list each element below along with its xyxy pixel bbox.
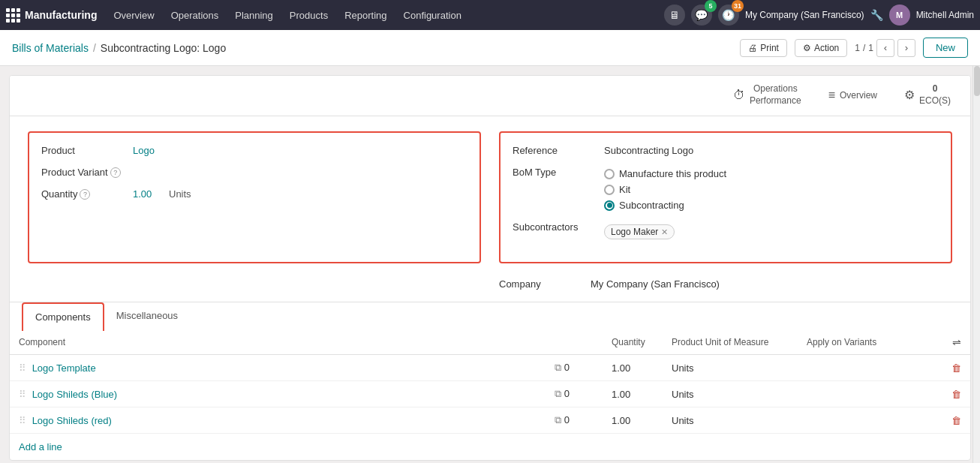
quantity-row: Quantity ? 1.00 Units [41,188,467,200]
delete-row3-icon[interactable]: 🗑 [951,415,961,426]
subcontractors-row: Subcontractors Logo Maker ✕ [513,221,939,239]
drag-handle-icon[interactable]: ⠿ [19,389,26,400]
tab-miscellaneous[interactable]: Miscellaneous [104,302,190,330]
nav-products[interactable]: Products [282,7,335,24]
col-unit: Product Unit of Measure [663,330,798,355]
radio-kit[interactable]: Kit [604,184,726,195]
copy-icon[interactable]: ⧉ [555,362,561,373]
row2-delete: 🗑 [933,381,970,407]
variant-help-icon[interactable]: ? [110,167,121,178]
nav-overview[interactable]: Overview [106,7,161,24]
tab-ops-performance[interactable]: ⏱ OperationsPerformance [720,76,815,116]
lower-tab-bar: Components Miscellaneous [10,302,970,330]
page-prev-button[interactable]: ‹ [876,39,894,57]
quantity-field: 1.00 Units [133,188,467,200]
subcontractors-label: Subcontractors [513,221,595,233]
copy-icon[interactable]: ⧉ [555,414,561,425]
product-label: Product [41,145,124,156]
row1-delete: 🗑 [933,355,970,381]
add-line-button[interactable]: Add a line [10,434,71,460]
nav-planning[interactable]: Planning [227,7,281,24]
nav-configuration[interactable]: Configuration [396,7,469,24]
drag-handle-icon[interactable]: ⠿ [19,362,26,374]
company-value: My Company (San Francisco) [591,278,720,290]
company-label: Company [499,278,582,290]
add-line-row: Add a line [10,434,970,460]
quantity-value[interactable]: 1.00 [133,188,163,200]
nav-operations[interactable]: Operations [164,7,227,24]
row3-variants [798,407,933,434]
settings-icon: ⚙ [904,88,915,102]
card-tab-bar: ⏱ OperationsPerformance ≡ Overview ⚙ 0EC… [10,76,970,116]
app-brand: Manufacturing [25,9,97,21]
components-table: Component Quantity Product Unit of Measu… [10,330,970,434]
scrollbar-track[interactable] [972,66,980,463]
page-next-button[interactable]: › [897,39,915,57]
activity-icon[interactable]: 🕐 31 [718,5,739,26]
reference-value[interactable]: Subcontracting Logo [604,145,693,156]
top-menu: Overview Operations Planning Products Re… [106,7,660,24]
copy-icon[interactable]: ⧉ [555,388,561,399]
quantity-label: Quantity ? [41,188,124,200]
page-total: 1 [868,43,873,53]
row2-copy: ⧉ 0 [543,381,603,407]
quantity-help-icon[interactable]: ? [80,189,90,200]
reference-row: Reference Subcontracting Logo [513,145,939,156]
row1-name[interactable]: Logo Template [32,362,96,374]
tab-components[interactable]: Components [22,302,104,331]
nav-reporting[interactable]: Reporting [337,7,394,24]
tab-overview[interactable]: ≡ Overview [815,76,891,116]
gear-icon: ⚙ [803,43,811,53]
table-header-row: Component Quantity Product Unit of Measu… [10,330,970,355]
radio-subcontracting[interactable]: Subcontracting [604,200,726,211]
scrollbar-thumb[interactable] [974,66,980,96]
print-button[interactable]: 🖨 Print [740,39,787,57]
action-button[interactable]: ⚙ Action [795,39,847,57]
quantity-unit: Units [169,188,191,200]
tag-remove-icon[interactable]: ✕ [661,227,668,237]
components-table-container: Component Quantity Product Unit of Measu… [10,330,970,460]
product-panel: Product Logo Product Variant ? Quantity … [28,131,481,263]
delete-row2-icon[interactable]: 🗑 [951,389,961,400]
app-logo[interactable]: Manufacturing [6,8,97,23]
reference-panel: Reference Subcontracting Logo BoM Type M… [499,131,952,263]
adjust-columns-icon[interactable]: ⇌ [952,336,961,348]
activity-badge: 31 [732,0,744,12]
bom-type-radio-group: Manufacture this product Kit Subcontract… [604,168,726,211]
chat-icon[interactable]: 💬 5 [691,5,712,26]
row3-delete: 🗑 [933,407,970,434]
col-actions: ⇌ [933,330,970,355]
table-row: ⠿ Logo Shileds (Blue) ⧉ 0 1.00 Units [10,381,970,407]
new-button[interactable]: New [923,38,968,58]
radio-manufacture[interactable]: Manufacture this product [604,168,726,179]
breadcrumb-bar: Bills of Materials / Subcontracting Logo… [0,30,980,66]
delete-row1-icon[interactable]: 🗑 [951,362,961,374]
row2-quantity: 1.00 [603,381,663,407]
bom-type-row: BoM Type Manufacture this product Kit [513,167,939,211]
breadcrumb: Bills of Materials / Subcontracting Logo… [12,42,226,54]
printer-icon: 🖨 [748,43,757,53]
topnav-right: 🖥 💬 5 🕐 31 My Company (San Francisco) 🔧 … [664,5,974,26]
col-quantity: Quantity [603,330,663,355]
tab-ecos[interactable]: ⚙ 0ECO(S) [891,76,964,116]
breadcrumb-parent[interactable]: Bills of Materials [12,42,89,54]
support-icon[interactable]: 🖥 [664,5,685,26]
col-component: Component [10,330,543,355]
drag-handle-icon[interactable]: ⠿ [19,415,26,426]
row3-name[interactable]: Logo Shileds (red) [32,415,112,426]
bom-type-label: BoM Type [513,167,595,178]
row2-name[interactable]: Logo Shileds (Blue) [32,389,117,400]
list-icon: ≡ [828,89,835,102]
main-content: ⏱ OperationsPerformance ≡ Overview ⚙ 0EC… [0,66,980,463]
table-row: ⠿ Logo Shileds (red) ⧉ 0 1.00 Units [10,407,970,434]
tab-overview-label: Overview [840,90,877,101]
subcontractors-tags: Logo Maker ✕ [604,224,675,239]
row2-unit: Units [663,381,798,407]
subcontractor-tag: Logo Maker ✕ [604,224,675,239]
table-row: ⠿ Logo Template ⧉ 0 1.00 Units 🗑 [10,355,970,381]
product-value[interactable]: Logo [133,145,155,156]
radio-kit-circle [604,185,615,195]
avatar[interactable]: M [889,5,910,26]
radio-subcontracting-circle [604,200,615,211]
wrench-icon[interactable]: 🔧 [870,9,883,21]
